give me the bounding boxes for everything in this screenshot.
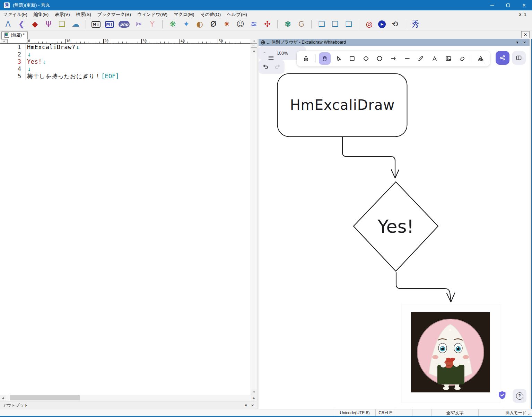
browser-panel-header[interactable]: ← 個別ブラウザ - Excalidraw Whiteboard ▼ ✕	[259, 39, 530, 46]
rectangle-label[interactable]: HmExcaliDraw	[290, 97, 395, 113]
minimize-button[interactable]	[484, 0, 500, 10]
scroll-top-button[interactable]: «	[251, 39, 257, 43]
status-char-count[interactable]: 全37文字	[431, 409, 478, 416]
image-tool[interactable]	[442, 52, 454, 65]
document-tab[interactable]: (無題) *	[1, 31, 28, 39]
scroll-up-arrow[interactable]: ▲	[251, 48, 257, 53]
php-icon[interactable]: php	[119, 21, 130, 28]
resize-grip[interactable]	[528, 412, 531, 415]
selection-tool[interactable]	[332, 52, 345, 65]
ruler-mark: 30	[141, 39, 147, 44]
arrow-rect-to-diamond[interactable]	[342, 137, 399, 178]
draw-tool[interactable]	[415, 52, 427, 65]
macro-run-icon[interactable]: ❑	[344, 19, 353, 29]
code-line: 5 梅干しを持ったおにぎり！ [EOF]	[0, 73, 251, 80]
markdown-icon[interactable]: M↓	[91, 21, 101, 28]
g-ai-icon[interactable]: G	[297, 19, 306, 29]
scroll-down-arrow[interactable]: ▼	[251, 389, 257, 395]
starburst-icon[interactable]: ✷	[222, 19, 231, 29]
horizontal-scrollbar[interactable]: ◀ ▶	[0, 395, 257, 401]
scroll-right-arrow[interactable]: ▶	[251, 395, 257, 401]
cloud-icon[interactable]: ☁	[71, 19, 80, 29]
diamond-tool[interactable]	[360, 52, 372, 65]
squid-icon[interactable]: Ψ	[44, 19, 53, 29]
record-macro-icon[interactable]: ◎	[365, 19, 374, 29]
vertical-scrollbar[interactable]: « ≔ ▲ ▼	[251, 39, 257, 395]
grok-icon[interactable]: Ø	[209, 19, 218, 29]
panel-dropdown-icon[interactable]: ▼	[516, 41, 519, 44]
menu-help[interactable]: ヘルプ(H)	[224, 10, 250, 18]
tree-icon[interactable]: ✾	[283, 19, 292, 29]
diamond-label[interactable]: Yes!	[377, 216, 414, 237]
menu-button[interactable]	[264, 51, 278, 64]
encryption-shield-icon[interactable]	[498, 391, 506, 400]
markdown-blue-icon[interactable]: M↓	[105, 21, 114, 28]
arrow-tool[interactable]	[387, 52, 400, 65]
code-line-current: 3 Yes! ↓	[0, 58, 251, 65]
bot-face-icon[interactable]: ☺	[236, 19, 245, 29]
macro-open-icon[interactable]: ❑	[331, 19, 340, 29]
compass-icon[interactable]: ✣	[263, 19, 272, 29]
menu-search[interactable]: 検索(S)	[73, 10, 94, 18]
close-button[interactable]: ✕	[516, 0, 532, 10]
help-button[interactable]: ?	[513, 389, 526, 403]
scroll-left-arrow[interactable]: ◀	[0, 395, 6, 401]
git-diamond-icon[interactable]: ◆	[30, 19, 40, 29]
chatgpt-icon[interactable]: ❋	[168, 19, 177, 29]
back-arrow-icon[interactable]: ←	[266, 40, 270, 45]
share-button[interactable]	[496, 51, 509, 65]
arrow-diamond-to-image[interactable]	[396, 273, 455, 302]
maximize-button[interactable]	[500, 0, 516, 10]
panel-title: 個別ブラウザ - Excalidraw Whiteboard	[271, 39, 346, 45]
output-dropdown-icon[interactable]: ▼	[244, 403, 248, 407]
status-encoding[interactable]: Unicode(UTF-8)	[334, 409, 375, 416]
lock-tool[interactable]	[300, 52, 312, 65]
more-shapes-tool[interactable]	[474, 52, 487, 65]
scissors-icon[interactable]: ✂	[134, 19, 143, 29]
hand-tool[interactable]	[319, 52, 331, 65]
menu-view[interactable]: 表示(V)	[52, 10, 73, 18]
folder-icon[interactable]: ❏	[58, 19, 67, 29]
menu-file[interactable]: ファイル(F)	[0, 10, 30, 18]
status-input-mode[interactable]: 挿入モード	[502, 409, 530, 416]
menu-macro[interactable]: マクロ(M)	[171, 10, 197, 18]
document-icon	[5, 33, 9, 38]
function-list-button[interactable]: ≔	[251, 43, 257, 48]
vscode-icon[interactable]: ❮	[17, 19, 26, 29]
hidemaru-window-icon: 秀	[4, 2, 10, 8]
text-tool[interactable]	[429, 52, 441, 65]
library-toggle-button[interactable]	[512, 51, 526, 65]
output-close-icon[interactable]: ✕	[251, 403, 254, 407]
toolbar-separator	[162, 20, 163, 28]
text-content[interactable]: 1 HmExcaliDraw? ↓ 2 ↓ 3 Yes! ↓ 4 ↓ 5 梅干し…	[0, 44, 251, 80]
rectangle-tool[interactable]	[346, 52, 358, 65]
whale-icon[interactable]: ≋	[249, 19, 258, 29]
macro-new-icon[interactable]: ❑	[317, 19, 326, 29]
menu-other[interactable]: その他(O)	[198, 10, 224, 18]
whiteboard-canvas[interactable]: HmExcaliDraw Yes!	[259, 46, 530, 409]
hidemaru-logo-icon[interactable]: 秀	[411, 19, 420, 29]
editor-area[interactable]: « 0 10 20 30 40 50 1 HmExcaliDraw? ↓ 2 ↓…	[0, 39, 257, 395]
menu-bookmark[interactable]: ブックマーク(B)	[94, 10, 134, 18]
panel-close-icon[interactable]: ✕	[523, 41, 526, 44]
y-tool-icon[interactable]: Y	[148, 19, 157, 29]
onigiri-image[interactable]	[401, 304, 500, 403]
eraser-tool[interactable]	[456, 52, 468, 65]
save-macro-icon[interactable]: ⟲	[390, 19, 399, 29]
play-macro-icon[interactable]: ▶	[378, 20, 386, 28]
gemini-icon[interactable]: ✦	[182, 19, 191, 29]
horizontal-scroll-thumb[interactable]	[10, 396, 80, 400]
window-right-border	[530, 39, 532, 409]
fold-all-button[interactable]: «	[1, 39, 8, 43]
claude-brown-icon[interactable]: ◐	[195, 19, 204, 29]
pane-close-button[interactable]: ✕	[521, 31, 530, 38]
globe-icon	[261, 40, 265, 45]
menu-edit[interactable]: 編集(E)	[30, 10, 52, 18]
menu-window[interactable]: ウィンドウ(W)	[134, 10, 171, 18]
line-text: HmExcaliDraw?	[24, 44, 76, 51]
status-line-break[interactable]: CR+LF	[375, 409, 395, 416]
hidemaru-app-icon[interactable]: Λ	[3, 19, 12, 29]
line-tool[interactable]	[401, 52, 413, 65]
line-number: 4	[0, 65, 24, 73]
ellipse-tool[interactable]	[374, 52, 386, 65]
